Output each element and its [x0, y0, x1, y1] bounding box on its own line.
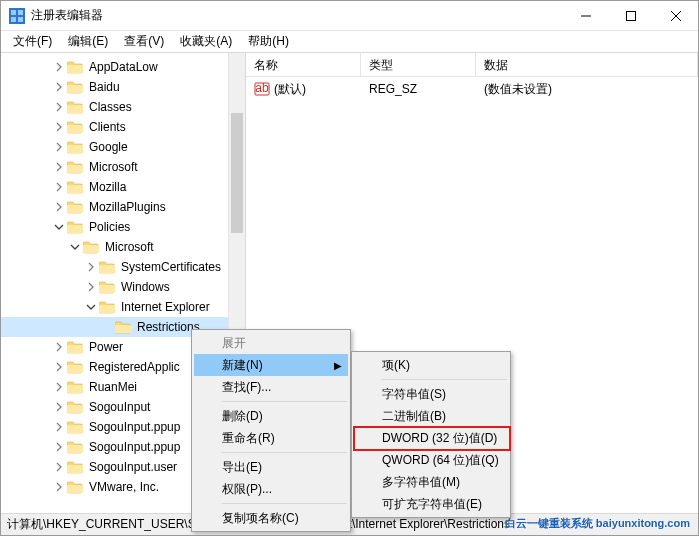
chevron-down-icon[interactable]: [69, 241, 81, 253]
menu-item[interactable]: QWORD (64 位)值(Q): [354, 449, 508, 471]
tree-item[interactable]: Classes: [1, 97, 245, 117]
folder-icon: [67, 139, 83, 155]
tree-item-label: Policies: [87, 219, 132, 235]
tree-item[interactable]: SystemCertificates: [1, 257, 245, 277]
menu-item[interactable]: 权限(P)...: [194, 478, 348, 500]
tree-item[interactable]: AppDataLow: [1, 57, 245, 77]
value-name: (默认): [274, 81, 306, 98]
folder-icon: [67, 439, 83, 455]
folder-icon: [67, 419, 83, 435]
chevron-right-icon[interactable]: [53, 141, 65, 153]
menu-item[interactable]: 重命名(R): [194, 427, 348, 449]
tree-item-label: SystemCertificates: [119, 259, 223, 275]
folder-icon: [99, 299, 115, 315]
menu-item-label: 可扩充字符串值(E): [382, 496, 482, 513]
chevron-right-icon[interactable]: [53, 461, 65, 473]
tree-item-label: Internet Explorer: [119, 299, 212, 315]
tree-item-label: Windows: [119, 279, 172, 295]
menu-favorites[interactable]: 收藏夹(A): [172, 31, 240, 52]
tree-item[interactable]: Windows: [1, 277, 245, 297]
list-header: 名称 类型 数据: [246, 53, 698, 77]
tree-item[interactable]: Microsoft: [1, 237, 245, 257]
chevron-right-icon[interactable]: [53, 61, 65, 73]
chevron-right-icon[interactable]: [53, 361, 65, 373]
context-menu[interactable]: 展开新建(N)▶查找(F)...删除(D)重命名(R)导出(E)权限(P)...…: [191, 329, 351, 532]
minimize-button[interactable]: [563, 1, 608, 30]
menu-help[interactable]: 帮助(H): [240, 31, 297, 52]
chevron-right-icon[interactable]: [53, 481, 65, 493]
chevron-right-icon[interactable]: [85, 281, 97, 293]
menu-item[interactable]: 字符串值(S): [354, 383, 508, 405]
tree-item[interactable]: Clients: [1, 117, 245, 137]
menu-item-label: 查找(F)...: [222, 379, 271, 396]
menu-item[interactable]: 查找(F)...: [194, 376, 348, 398]
tree-item-label: MozillaPlugins: [87, 199, 168, 215]
tree-item[interactable]: MozillaPlugins: [1, 197, 245, 217]
tree-item[interactable]: Microsoft: [1, 157, 245, 177]
tree-item-label: Clients: [87, 119, 128, 135]
scrollbar-thumb[interactable]: [231, 113, 243, 233]
col-header-name[interactable]: 名称: [246, 53, 361, 76]
menu-item[interactable]: 导出(E): [194, 456, 348, 478]
menu-separator: [222, 452, 347, 453]
menu-item[interactable]: 删除(D): [194, 405, 348, 427]
menu-item-label: 权限(P)...: [222, 481, 272, 498]
context-submenu-new[interactable]: 项(K)字符串值(S)二进制值(B)DWORD (32 位)值(D)QWORD …: [351, 351, 511, 518]
list-row[interactable]: ab(默认)REG_SZ(数值未设置): [246, 79, 698, 99]
menu-item[interactable]: 复制项名称(C): [194, 507, 348, 529]
menu-edit[interactable]: 编辑(E): [60, 31, 116, 52]
tree-item-label: RuanMei: [87, 379, 139, 395]
tree-item[interactable]: Baidu: [1, 77, 245, 97]
svg-rect-6: [626, 11, 635, 20]
submenu-arrow-icon: ▶: [334, 360, 342, 371]
value-data: (数值未设置): [476, 81, 698, 98]
menu-item[interactable]: 可扩充字符串值(E): [354, 493, 508, 515]
menu-item-label: 复制项名称(C): [222, 510, 299, 527]
chevron-right-icon[interactable]: [53, 441, 65, 453]
tree-item[interactable]: Policies: [1, 217, 245, 237]
chevron-down-icon[interactable]: [85, 301, 97, 313]
maximize-button[interactable]: [608, 1, 653, 30]
chevron-right-icon[interactable]: [53, 81, 65, 93]
folder-icon: [67, 219, 83, 235]
tree-item-label: Mozilla: [87, 179, 128, 195]
menu-item-label: 展开: [222, 335, 246, 352]
folder-icon: [83, 239, 99, 255]
svg-text:ab: ab: [255, 81, 269, 95]
col-header-data[interactable]: 数据: [476, 53, 698, 76]
menu-item[interactable]: 项(K): [354, 354, 508, 376]
tree-item[interactable]: Mozilla: [1, 177, 245, 197]
chevron-right-icon[interactable]: [53, 381, 65, 393]
tree-item-label: Microsoft: [103, 239, 156, 255]
menubar: 文件(F) 编辑(E) 查看(V) 收藏夹(A) 帮助(H): [1, 31, 698, 53]
chevron-right-icon[interactable]: [85, 261, 97, 273]
menu-item-label: 项(K): [382, 357, 410, 374]
chevron-right-icon[interactable]: [53, 401, 65, 413]
chevron-right-icon[interactable]: [53, 341, 65, 353]
close-button[interactable]: [653, 1, 698, 30]
chevron-right-icon[interactable]: [53, 201, 65, 213]
folder-icon: [67, 79, 83, 95]
col-header-type[interactable]: 类型: [361, 53, 476, 76]
chevron-right-icon[interactable]: [53, 101, 65, 113]
menu-file[interactable]: 文件(F): [5, 31, 60, 52]
chevron-right-icon[interactable]: [53, 421, 65, 433]
chevron-down-icon[interactable]: [53, 221, 65, 233]
menu-item[interactable]: 二进制值(B): [354, 405, 508, 427]
folder-icon: [67, 359, 83, 375]
menu-view[interactable]: 查看(V): [116, 31, 172, 52]
chevron-right-icon[interactable]: [53, 181, 65, 193]
tree-item-label: RegisteredApplic: [87, 359, 182, 375]
folder-icon: [67, 179, 83, 195]
tree-item[interactable]: Internet Explorer: [1, 297, 245, 317]
menu-item[interactable]: DWORD (32 位)值(D): [354, 427, 508, 449]
tree-item[interactable]: Google: [1, 137, 245, 157]
tree-item-label: SogouInput.ppup: [87, 419, 182, 435]
tree-item-label: Power: [87, 339, 125, 355]
svg-rect-2: [18, 10, 23, 15]
chevron-right-icon[interactable]: [53, 161, 65, 173]
chevron-right-icon[interactable]: [53, 121, 65, 133]
menu-item[interactable]: 多字符串值(M): [354, 471, 508, 493]
menu-item[interactable]: 新建(N)▶: [194, 354, 348, 376]
tree-item-label: Microsoft: [87, 159, 140, 175]
